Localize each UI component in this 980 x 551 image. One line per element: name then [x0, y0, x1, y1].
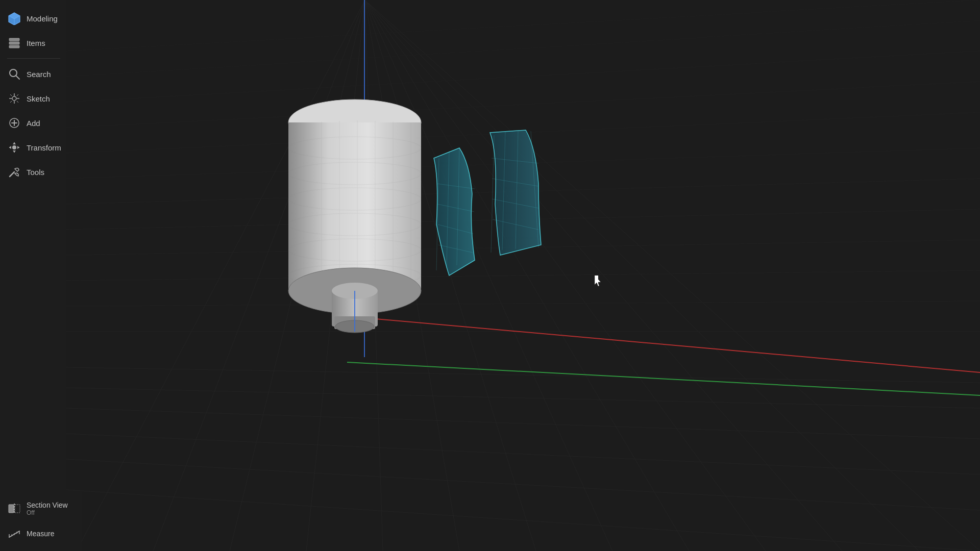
section-icon — [7, 502, 21, 516]
toolbar-item-add[interactable]: Add — [0, 111, 66, 135]
modeling-label: Modeling — [27, 14, 58, 23]
bottom-toolbar-item-measure[interactable]: Measure — [0, 521, 82, 546]
toolbar-item-modeling[interactable]: Modeling — [0, 6, 66, 31]
bottom-toolbar-item-section-view[interactable]: Section View Off — [0, 496, 82, 521]
toolbar-divider-1 — [7, 58, 60, 59]
svg-rect-106 — [15, 505, 20, 513]
viewport-3d[interactable] — [0, 0, 980, 551]
section-view-sub-label: Off — [27, 509, 68, 516]
sketch-label: Sketch — [27, 94, 50, 103]
search-icon — [7, 67, 21, 81]
svg-point-83 — [12, 96, 16, 101]
measure-main-label: Measure — [27, 530, 54, 538]
left-toolbar: Modeling Items Search — [0, 0, 66, 551]
measure-icon — [7, 527, 21, 541]
svg-rect-80 — [9, 45, 19, 48]
measure-labels: Measure — [27, 530, 54, 538]
tools-icon — [7, 165, 21, 179]
toolbar-item-search[interactable]: Search — [0, 62, 66, 86]
svg-line-82 — [16, 76, 19, 79]
svg-line-104 — [10, 172, 14, 177]
transform-icon — [7, 140, 21, 155]
toolbar-item-transform[interactable]: Transform — [0, 135, 66, 160]
svg-rect-105 — [9, 505, 14, 513]
cube-icon — [7, 11, 21, 26]
tools-label: Tools — [27, 168, 44, 177]
toolbar-item-sketch[interactable]: Sketch — [0, 86, 66, 111]
add-label: Add — [27, 119, 40, 128]
svg-rect-37 — [288, 122, 421, 291]
search-label: Search — [27, 70, 51, 79]
toolbar-item-items[interactable]: Items — [0, 31, 66, 55]
svg-line-90 — [17, 94, 18, 96]
svg-marker-101 — [9, 146, 11, 149]
grid-background — [0, 0, 980, 551]
section-view-labels: Section View Off — [27, 501, 68, 516]
add-icon — [7, 116, 21, 130]
svg-line-88 — [10, 94, 12, 96]
bottom-toolbar: Section View Off Measure — [0, 491, 82, 551]
svg-rect-79 — [9, 42, 19, 44]
svg-line-89 — [17, 101, 18, 103]
svg-marker-99 — [13, 151, 16, 153]
svg-rect-78 — [9, 38, 19, 41]
svg-rect-1 — [0, 0, 980, 551]
svg-marker-97 — [13, 142, 16, 144]
sketch-icon — [7, 91, 21, 106]
svg-marker-103 — [17, 146, 19, 149]
layers-icon — [7, 36, 21, 50]
svg-point-95 — [12, 145, 16, 149]
items-label: Items — [27, 39, 45, 47]
toolbar-item-tools[interactable]: Tools — [0, 160, 66, 184]
transform-label: Transform — [27, 143, 61, 152]
svg-line-91 — [10, 101, 12, 103]
section-view-main-label: Section View — [27, 501, 68, 509]
